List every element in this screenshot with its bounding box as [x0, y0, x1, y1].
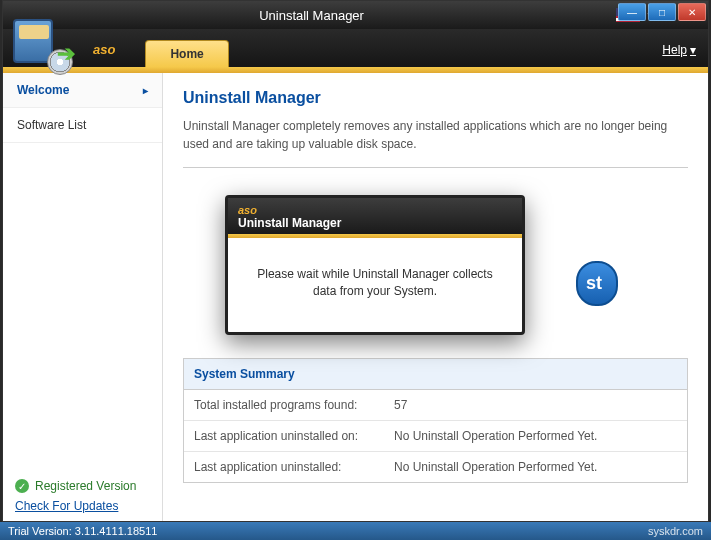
dialog-header: aso Uninstall Manager	[228, 198, 522, 234]
summary-value: No Uninstall Operation Performed Yet.	[394, 460, 597, 474]
registered-label: Registered Version	[35, 479, 136, 493]
sidebar-item-label: Welcome	[17, 83, 69, 97]
summary-value: 57	[394, 398, 407, 412]
window-title: Uninstall Manager	[7, 8, 616, 23]
summary-row: Total installed programs found: 57	[184, 390, 687, 421]
sidebar-footer: ✓ Registered Version Check For Updates	[3, 471, 162, 521]
sidebar-item-label: Software List	[17, 118, 86, 132]
check-updates-link[interactable]: Check For Updates	[15, 499, 118, 513]
close-button[interactable]: ✕	[678, 3, 706, 21]
summary-header: System Summary	[184, 359, 687, 390]
dialog-brand: aso	[238, 204, 512, 216]
summary-label: Last application uninstalled:	[194, 460, 394, 474]
status-bar: Trial Version: 3.11.4111.18511 syskdr.co…	[0, 522, 711, 540]
page-description: Uninstall Manager completely removes any…	[183, 117, 688, 168]
summary-label: Last application uninstalled on:	[194, 429, 394, 443]
dialog-message: Please wait while Uninstall Manager coll…	[228, 238, 522, 332]
start-button-fragment: st	[586, 273, 602, 293]
help-label: Help	[662, 43, 687, 57]
sidebar: Welcome ▸ Software List ✓ Registered Ver…	[3, 73, 163, 521]
watermark: syskdr.com	[648, 525, 703, 537]
ribbon-bar: ➔ aso Home Help ▾	[3, 29, 708, 67]
minimize-button[interactable]: —	[618, 3, 646, 21]
window-controls: — □ ✕	[618, 3, 706, 21]
summary-row: Last application uninstalled: No Uninsta…	[184, 452, 687, 482]
summary-row: Last application uninstalled on: No Unin…	[184, 421, 687, 452]
page-title: Uninstall Manager	[183, 89, 688, 107]
check-icon: ✓	[15, 479, 29, 493]
chevron-down-icon: ▾	[690, 43, 696, 57]
chevron-right-icon: ▸	[143, 85, 148, 96]
titlebar: Uninstall Manager ▼ — □ ✕	[3, 1, 708, 29]
start-button[interactable]: st	[576, 261, 618, 306]
loading-dialog: aso Uninstall Manager Please wait while …	[225, 195, 525, 335]
trial-version-label: Trial Version: 3.11.4111.18511	[8, 525, 157, 537]
maximize-button[interactable]: □	[648, 3, 676, 21]
sidebar-item-software-list[interactable]: Software List	[3, 108, 162, 143]
registered-status: ✓ Registered Version	[15, 479, 150, 493]
tab-home[interactable]: Home	[145, 40, 228, 67]
app-logo-icon: ➔	[13, 19, 73, 79]
brand-label: aso	[93, 42, 115, 67]
dialog-title: Uninstall Manager	[238, 216, 512, 230]
help-menu[interactable]: Help ▾	[662, 43, 696, 67]
summary-label: Total installed programs found:	[194, 398, 394, 412]
summary-value: No Uninstall Operation Performed Yet.	[394, 429, 597, 443]
system-summary: System Summary Total installed programs …	[183, 358, 688, 483]
